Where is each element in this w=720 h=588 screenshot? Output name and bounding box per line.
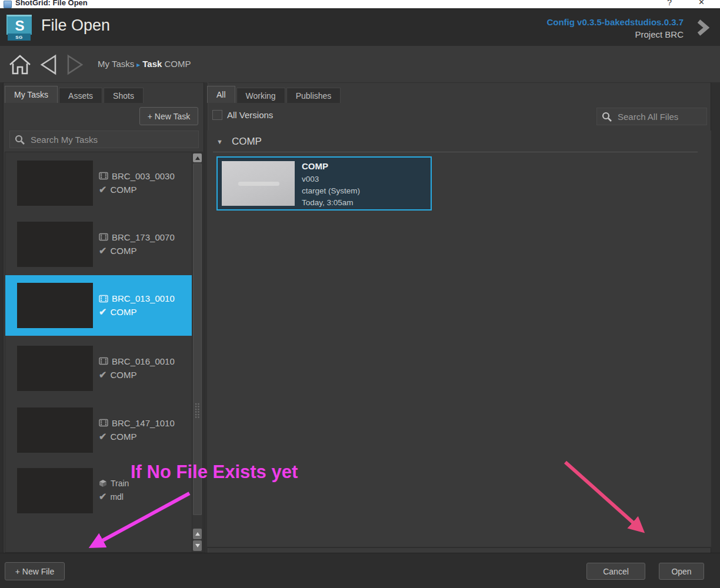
group-header-comp[interactable]: ▼ COMP: [216, 136, 262, 148]
breadcrumb-entity-name: COMP: [165, 59, 191, 69]
group-name: COMP: [232, 136, 262, 148]
chevron-right-icon[interactable]: [696, 19, 709, 39]
home-icon[interactable]: [8, 54, 32, 78]
task-step: COMP: [110, 370, 136, 380]
breadcrumb-separator-icon: ▸: [134, 61, 142, 69]
new-task-button[interactable]: + New Task: [139, 107, 198, 125]
tab-my-tasks[interactable]: My Tasks: [5, 86, 58, 103]
film-strip-icon: [99, 295, 108, 303]
breadcrumb-entity-type: Task: [142, 59, 162, 69]
checkmark-icon: ✔: [99, 306, 106, 318]
window-help-button[interactable]: ?: [667, 0, 672, 7]
tab-all[interactable]: All: [207, 86, 235, 103]
file-card-comp-v003[interactable]: COMP v003 ctarget (System) Today, 3:05am: [216, 156, 432, 211]
task-step: mdl: [110, 492, 124, 502]
triangle-up-icon: [195, 532, 200, 536]
files-panel: All Working Publishes All Versions ▼ COM…: [207, 82, 711, 553]
task-list-scrollbar[interactable]: [192, 152, 202, 552]
checkmark-icon: ✔: [99, 184, 106, 195]
app-header: S SG File Open Config v0.3.5-bakedstudio…: [0, 8, 720, 46]
search-all-files-field[interactable]: [596, 108, 707, 125]
scrollbar-grip: [195, 403, 200, 418]
task-row-BRC_173_0070[interactable]: BRC_173_0070 ✔COMP: [5, 219, 192, 269]
checkmark-icon: ✔: [99, 431, 106, 442]
page-title: File Open: [41, 16, 110, 35]
search-icon: [602, 112, 612, 122]
cube-icon: [99, 479, 107, 487]
task-name: BRC_003_0030: [112, 171, 175, 181]
triangle-down-icon: [195, 544, 200, 547]
breadcrumb[interactable]: My Tasks▸Task COMP: [98, 59, 191, 69]
group-underline: [213, 152, 698, 152]
file-version: v003: [302, 173, 360, 185]
task-thumbnail: [17, 161, 93, 206]
film-strip-icon: [99, 419, 108, 427]
tab-assets[interactable]: Assets: [59, 88, 102, 103]
task-name: BRC_013_0010: [112, 293, 175, 303]
film-strip-icon: [99, 233, 108, 241]
task-list: BRC_003_0030 ✔COMP BRC_173_0070 ✔COMP BR…: [5, 152, 203, 553]
file-thumbnail: [222, 161, 295, 206]
all-versions-label: All Versions: [227, 110, 273, 120]
task-step: COMP: [110, 246, 136, 256]
scrollbar-thumb[interactable]: [193, 163, 202, 515]
tab-working[interactable]: Working: [236, 88, 285, 103]
shotgrid-logo-letter: S: [6, 15, 32, 35]
dialog-footer: + New File Cancel Open: [0, 553, 720, 588]
task-row-BRC_003_0030[interactable]: BRC_003_0030 ✔COMP: [5, 158, 192, 208]
scroll-up-button-bottom[interactable]: [193, 529, 202, 539]
triangle-up-icon: [195, 156, 200, 160]
navigation-bar: My Tasks▸Task COMP: [0, 46, 720, 82]
task-thumbnail: [17, 222, 93, 267]
window-app-icon: [4, 1, 12, 8]
task-row-Train[interactable]: Train ✔mdl: [5, 466, 192, 515]
cancel-button[interactable]: Cancel: [586, 563, 645, 580]
file-title: COMP: [302, 161, 360, 171]
checkmark-icon: ✔: [99, 369, 106, 380]
collapse-triangle-icon[interactable]: ▼: [216, 138, 223, 145]
scroll-up-button[interactable]: [193, 153, 202, 162]
scroll-down-button[interactable]: [193, 540, 202, 551]
task-name: BRC_173_0070: [112, 232, 175, 242]
task-thumbnail: [17, 283, 93, 328]
task-thumbnail: [17, 407, 93, 453]
search-my-tasks-field[interactable]: [9, 131, 199, 148]
task-step: COMP: [110, 185, 136, 195]
window-titlebar: ShotGrid: File Open ? ✕: [0, 0, 720, 9]
breadcrumb-root[interactable]: My Tasks: [98, 59, 134, 69]
task-step: COMP: [110, 432, 136, 442]
open-button[interactable]: Open: [659, 563, 704, 580]
checkmark-icon: ✔: [99, 245, 106, 256]
config-version-link[interactable]: Config v0.3.5-bakedstudios.0.3.7: [546, 17, 684, 27]
files-list-area: ▼ COMP COMP v003 ctarget (System) Today,…: [207, 131, 711, 548]
window-title: ShotGrid: File Open: [15, 0, 88, 7]
window-left-edge: [0, 82, 4, 553]
task-thumbnail: [17, 346, 93, 391]
task-row-BRC_147_1010[interactable]: BRC_147_1010 ✔COMP: [5, 405, 192, 455]
checkmark-icon: ✔: [99, 491, 106, 502]
all-versions-checkbox[interactable]: [212, 110, 222, 120]
file-user: ctarget (System): [302, 185, 360, 196]
tab-publishes[interactable]: Publishes: [286, 88, 341, 103]
task-name: BRC_016_0010: [112, 356, 175, 366]
task-name: Train: [111, 479, 129, 488]
search-all-files-input[interactable]: [616, 111, 702, 122]
project-label: Project BRC: [635, 29, 684, 39]
shotgrid-logo: S SG: [5, 12, 33, 41]
left-tab-bar: My Tasks Assets Shots: [5, 86, 144, 103]
window-close-button[interactable]: ✕: [698, 0, 705, 6]
forward-arrow-icon[interactable]: [65, 54, 86, 78]
film-strip-icon: [99, 357, 108, 365]
back-arrow-icon[interactable]: [38, 54, 59, 78]
window-right-edge: [711, 82, 720, 553]
search-icon: [15, 135, 25, 145]
task-row-BRC_016_0010[interactable]: BRC_016_0010 ✔COMP: [5, 343, 192, 393]
search-my-tasks-input[interactable]: [29, 134, 194, 145]
new-file-button[interactable]: + New File: [5, 562, 65, 580]
task-name: BRC_147_1010: [112, 418, 175, 428]
file-date: Today, 3:05am: [302, 197, 360, 208]
film-strip-icon: [99, 172, 108, 180]
tab-shots[interactable]: Shots: [104, 88, 144, 103]
task-row-BRC_013_0010-selected[interactable]: BRC_013_0010 ✔COMP: [5, 275, 192, 336]
files-tab-bar: All Working Publishes: [207, 86, 341, 103]
